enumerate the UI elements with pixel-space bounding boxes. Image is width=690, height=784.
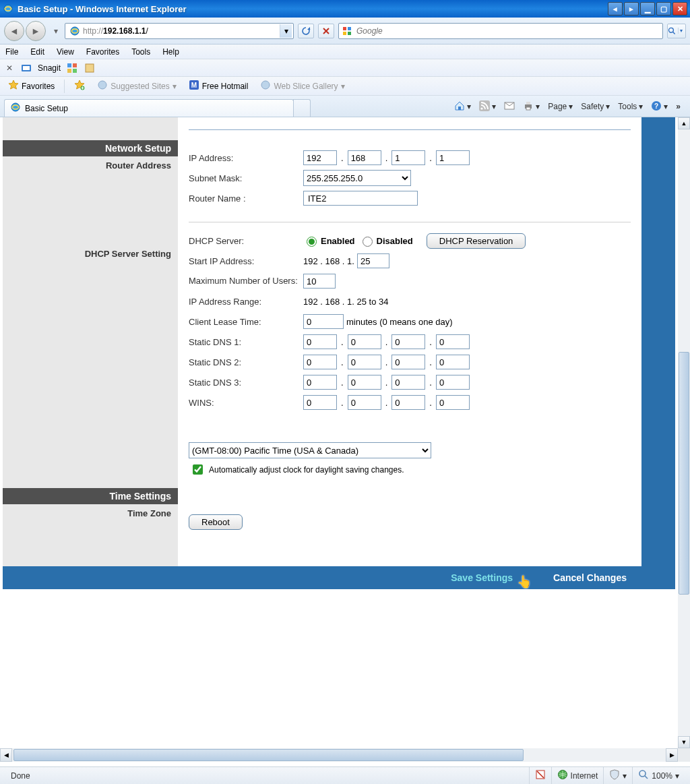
new-tab-button[interactable] xyxy=(293,99,311,117)
dhcp-reservation-button[interactable]: DHCP Reservation xyxy=(427,233,526,249)
window-snapright-button[interactable]: ▸ xyxy=(624,2,639,16)
safety-menu[interactable]: Safety▾ xyxy=(578,99,613,114)
subnet-select[interactable]: 255.255.255.0 xyxy=(303,170,411,186)
subsection-router-address: Router Address xyxy=(3,156,178,171)
dhcp-disabled-radio[interactable]: Disabled xyxy=(359,235,413,247)
webslice-link[interactable]: Web Slice Gallery ▾ xyxy=(256,78,348,94)
menu-file[interactable]: File xyxy=(5,47,18,57)
dhcp-enabled-radio[interactable]: Enabled xyxy=(303,235,355,247)
vertical-scroll-thumb[interactable] xyxy=(679,352,689,595)
home-icon xyxy=(454,100,465,113)
dns1-octet-4[interactable] xyxy=(436,334,470,349)
page-menu[interactable]: Page▾ xyxy=(545,99,575,114)
suggested-sites-link[interactable]: Suggested Sites ▾ xyxy=(93,78,180,94)
security-zone[interactable]: Internet xyxy=(551,767,604,784)
refresh-button[interactable] xyxy=(298,24,314,38)
svg-rect-20 xyxy=(458,107,461,110)
scroll-down-button[interactable]: ▼ xyxy=(678,736,690,748)
url-path: / xyxy=(146,26,148,36)
svg-rect-11 xyxy=(67,69,71,73)
scroll-left-button[interactable]: ◀ xyxy=(0,748,12,762)
zoom-control[interactable]: 100% ▾ xyxy=(632,767,685,784)
wins-octet-2[interactable] xyxy=(348,395,381,410)
snagit-close-button[interactable]: ✕ xyxy=(4,63,15,73)
lease-time-input[interactable] xyxy=(303,314,344,329)
svg-point-18 xyxy=(261,81,270,89)
window-snapleft-button[interactable]: ◂ xyxy=(608,2,623,16)
address-history-dropdown[interactable]: ▾ xyxy=(280,24,292,38)
ip-octet-1[interactable] xyxy=(303,150,337,165)
dns2-octet-3[interactable] xyxy=(391,355,425,369)
svg-rect-21 xyxy=(479,100,490,111)
dns3-octet-1[interactable] xyxy=(303,375,337,390)
ip-octet-4[interactable] xyxy=(436,150,470,165)
horizontal-scrollbar[interactable]: ◀ ▶ xyxy=(0,748,678,762)
router-name-input[interactable] xyxy=(303,191,418,206)
save-settings-button[interactable]: Save Settings xyxy=(451,572,513,583)
wins-octet-4[interactable] xyxy=(436,395,470,410)
snagit-label[interactable]: Snagit xyxy=(38,63,61,73)
menu-tools[interactable]: Tools xyxy=(131,47,150,57)
window-minimize-button[interactable]: ▁ xyxy=(640,2,655,16)
timezone-select[interactable]: (GMT-08:00) Pacific Time (USA & Canada) xyxy=(189,442,431,458)
favorites-button[interactable]: Favorites xyxy=(4,78,59,94)
scroll-up-button[interactable]: ▲ xyxy=(678,117,690,129)
dns3-octet-4[interactable] xyxy=(436,375,470,390)
hotmail-link[interactable]: M Free Hotmail xyxy=(185,78,253,94)
nav-back-button[interactable]: ◄ xyxy=(4,21,24,41)
cancel-changes-button[interactable]: Cancel Changes xyxy=(553,572,627,583)
svg-rect-3 xyxy=(348,27,351,30)
nav-forward-button[interactable]: ► xyxy=(26,21,46,41)
ip-octet-2[interactable] xyxy=(348,150,381,165)
search-button[interactable]: ▾ xyxy=(667,24,686,38)
zone-label: Internet xyxy=(571,771,598,781)
dns2-octet-2[interactable] xyxy=(348,355,381,369)
dns2-octet-4[interactable] xyxy=(436,355,470,369)
dns2-octet-1[interactable] xyxy=(303,355,337,369)
horizontal-scroll-thumb[interactable] xyxy=(13,749,524,761)
search-provider-dropdown[interactable]: ▾ xyxy=(678,28,685,34)
snagit-editor-icon[interactable] xyxy=(84,62,96,74)
feeds-button[interactable]: ▾ xyxy=(476,99,499,114)
print-button[interactable]: ▾ xyxy=(520,99,542,114)
snagit-capture-icon[interactable] xyxy=(66,62,78,74)
nav-history-dropdown[interactable]: ▾ xyxy=(51,22,61,40)
dns1-octet-2[interactable] xyxy=(348,334,381,349)
url-host: 192.168.1.1 xyxy=(103,26,146,36)
tools-menu[interactable]: Tools▾ xyxy=(615,99,646,114)
window-close-button[interactable]: ✕ xyxy=(672,2,687,16)
wins-octet-1[interactable] xyxy=(303,395,337,410)
search-input[interactable] xyxy=(355,26,660,36)
chevron-down-icon: ▾ xyxy=(639,102,643,111)
reboot-button[interactable]: Reboot xyxy=(189,514,243,530)
dns1-octet-3[interactable] xyxy=(391,334,425,349)
menu-edit[interactable]: Edit xyxy=(30,47,44,57)
dns1-octet-1[interactable] xyxy=(303,334,337,349)
ip-octet-3[interactable] xyxy=(391,150,425,165)
scroll-right-button[interactable]: ▶ xyxy=(666,748,678,762)
window-maximize-button[interactable]: ▢ xyxy=(656,2,671,16)
menu-favorites[interactable]: Favorites xyxy=(86,47,119,57)
dns3-octet-3[interactable] xyxy=(391,375,425,390)
address-bar[interactable]: http:// 192.168.1.1 / ▾ xyxy=(65,23,294,39)
command-overflow[interactable]: » xyxy=(673,102,683,111)
dst-checkbox[interactable] xyxy=(193,464,203,475)
home-button[interactable]: ▾ xyxy=(451,99,474,114)
protected-mode-menu[interactable]: ▾ xyxy=(603,767,632,784)
menu-help[interactable]: Help xyxy=(162,47,179,57)
printer-icon xyxy=(523,100,534,113)
wins-octet-3[interactable] xyxy=(391,395,425,410)
start-ip-input[interactable] xyxy=(357,253,389,268)
help-button[interactable]: ? ▾ xyxy=(648,99,670,114)
max-users-input[interactable] xyxy=(303,274,336,289)
chevron-down-icon: ▾ xyxy=(467,102,471,111)
tab-basic-setup[interactable]: Basic Setup xyxy=(4,99,294,117)
search-box[interactable] xyxy=(338,23,663,39)
add-favorite-button[interactable] xyxy=(70,78,89,94)
dns3-octet-2[interactable] xyxy=(348,375,381,390)
tools-label: Tools xyxy=(618,102,637,111)
stop-button[interactable] xyxy=(318,24,334,38)
menu-view[interactable]: View xyxy=(57,47,74,57)
vertical-scrollbar[interactable]: ▲ ▼ xyxy=(678,117,690,748)
readmail-button[interactable] xyxy=(501,99,518,114)
